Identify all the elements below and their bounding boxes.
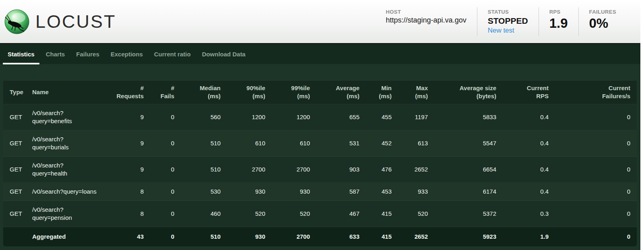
cell-min-ms: 452 <box>366 130 398 157</box>
col-header-type[interactable]: Type <box>3 81 26 104</box>
cell-median-ms: 510 <box>181 227 227 247</box>
cell-type: GET <box>3 183 26 201</box>
cell-type: GET <box>3 104 26 130</box>
cell-current-failures-s: 0 <box>555 227 637 247</box>
cell-name: /v0/search? query=burials <box>26 130 108 157</box>
cell-name: /v0/search?query=loans <box>26 183 108 201</box>
col-header-name[interactable]: Name <box>26 81 108 104</box>
cell-current-rps: 0.4 <box>503 104 555 130</box>
cell-current-failures-s: 0 <box>555 157 637 183</box>
cell-median-ms: 460 <box>181 201 227 227</box>
col-header-average-size-bytes[interactable]: Average size (bytes) <box>434 81 503 104</box>
cell-fails: 0 <box>150 130 181 157</box>
rps-label: RPS <box>549 9 568 15</box>
cell-average-size-bytes: 5923 <box>434 227 503 247</box>
cell-90-ile-ms: 520 <box>227 201 272 227</box>
cell-fails: 0 <box>150 104 181 130</box>
tab-statistics[interactable]: Statistics <box>2 44 40 64</box>
failures-label: FAILURES <box>589 9 616 15</box>
cell-90-ile-ms: 930 <box>227 227 272 247</box>
status-section: STATUS STOPPED New test <box>477 7 539 36</box>
page: LOCUST HOST https://staging-api.va.gov S… <box>0 0 640 250</box>
cell-current-failures-s: 0 <box>555 130 637 157</box>
cell-requests: 8 <box>108 183 150 201</box>
table-row: GET/v0/search?query=loans805309309305874… <box>3 183 637 201</box>
cell-average-size-bytes: 5833 <box>434 104 503 130</box>
cell-average-size-bytes: 5547 <box>434 130 503 157</box>
top-header: LOCUST HOST https://staging-api.va.gov S… <box>0 0 640 44</box>
nav-tabs: StatisticsChartsFailuresExceptionsCurren… <box>0 44 640 64</box>
cell-median-ms: 530 <box>181 183 227 201</box>
cell-99-ile-ms: 520 <box>272 201 316 227</box>
cell-99-ile-ms: 610 <box>272 130 316 157</box>
locust-logo[interactable]: LOCUST <box>4 9 116 35</box>
stats-table-body: GET/v0/search? query=benefits90560120012… <box>3 104 637 247</box>
cell-max-ms: 1197 <box>398 104 434 130</box>
cell-name: /v0/search? query=benefits <box>26 104 108 130</box>
cell-max-ms: 2652 <box>398 227 434 247</box>
cell-99-ile-ms: 1200 <box>272 104 316 130</box>
status-label: STATUS <box>488 9 528 15</box>
tab-download-data[interactable]: Download Data <box>196 44 251 64</box>
col-header-average-ms[interactable]: Average (ms) <box>316 81 366 104</box>
cell-90-ile-ms: 930 <box>227 183 272 201</box>
cell-type: GET <box>3 201 26 227</box>
table-row: GET/v0/search? query=burials905106106105… <box>3 130 637 157</box>
cell-requests: 8 <box>108 201 150 227</box>
tab-failures[interactable]: Failures <box>70 44 105 64</box>
col-header-min-ms[interactable]: Min (ms) <box>366 81 398 104</box>
col-header-median-ms[interactable]: Median (ms) <box>181 81 227 104</box>
cell-median-ms: 560 <box>181 104 227 130</box>
host-section: HOST https://staging-api.va.gov <box>376 7 477 36</box>
failures-section: FAILURES 0% <box>579 7 635 36</box>
cell-fails: 0 <box>150 201 181 227</box>
cell-max-ms: 520 <box>398 201 434 227</box>
col-header-current-failures-s[interactable]: Current Failures/s <box>555 81 637 104</box>
cell-requests: 9 <box>108 130 150 157</box>
cell-type: GET <box>3 157 26 183</box>
cell-average-ms: 467 <box>316 201 366 227</box>
cell-requests: 9 <box>108 104 150 130</box>
cell-current-rps: 0.4 <box>503 157 555 183</box>
cell-90-ile-ms: 1200 <box>227 104 272 130</box>
cell-max-ms: 933 <box>398 183 434 201</box>
col-header-fails[interactable]: # Fails <box>150 81 181 104</box>
table-row: GET/v0/search? query=pension804605205204… <box>3 201 637 227</box>
cell-current-rps: 0.4 <box>503 183 555 201</box>
cell-average-size-bytes: 5372 <box>434 201 503 227</box>
locust-logo-icon <box>4 9 30 35</box>
col-header-max-ms[interactable]: Max (ms) <box>398 81 434 104</box>
rps-section: RPS 1.9 <box>539 7 578 36</box>
statistics-table-container: TypeName# Requests# FailsMedian (ms)90%i… <box>3 80 637 246</box>
rps-value: 1.9 <box>549 16 568 31</box>
cell-type: GET <box>3 130 26 157</box>
host-value: https://staging-api.va.gov <box>386 16 466 25</box>
cell-max-ms: 613 <box>398 130 434 157</box>
cell-fails: 0 <box>150 157 181 183</box>
cell-max-ms: 2652 <box>398 157 434 183</box>
cell-median-ms: 510 <box>181 157 227 183</box>
tab-exceptions[interactable]: Exceptions <box>105 44 149 64</box>
cell-average-ms: 587 <box>316 183 366 201</box>
cell-requests: 43 <box>108 227 150 247</box>
col-header-99-ile-ms[interactable]: 99%ile (ms) <box>272 81 316 104</box>
cell-name: Aggregated <box>26 227 108 247</box>
tab-charts[interactable]: Charts <box>40 44 71 64</box>
cell-current-rps: 0.4 <box>503 130 555 157</box>
aggregated-row: Aggregated4305109302700633415265259231.9… <box>3 227 637 247</box>
new-test-link[interactable]: New test <box>488 27 528 35</box>
cell-99-ile-ms: 2700 <box>272 227 316 247</box>
col-header-current-rps[interactable]: Current RPS <box>503 81 555 104</box>
cell-min-ms: 476 <box>366 157 398 183</box>
col-header-requests[interactable]: # Requests <box>108 81 150 104</box>
tab-current-ratio[interactable]: Current ratio <box>149 44 196 64</box>
cell-name: /v0/search? query=health <box>26 157 108 183</box>
col-header-90-ile-ms[interactable]: 90%ile (ms) <box>227 81 272 104</box>
statistics-table: TypeName# Requests# FailsMedian (ms)90%i… <box>3 80 637 246</box>
cell-min-ms: 415 <box>366 201 398 227</box>
stats-header-row: TypeName# Requests# FailsMedian (ms)90%i… <box>3 81 637 104</box>
cell-current-failures-s: 0 <box>555 201 637 227</box>
table-row: GET/v0/search? query=benefits90560120012… <box>3 104 637 130</box>
cell-current-failures-s: 0 <box>555 104 637 130</box>
cell-average-ms: 903 <box>316 157 366 183</box>
